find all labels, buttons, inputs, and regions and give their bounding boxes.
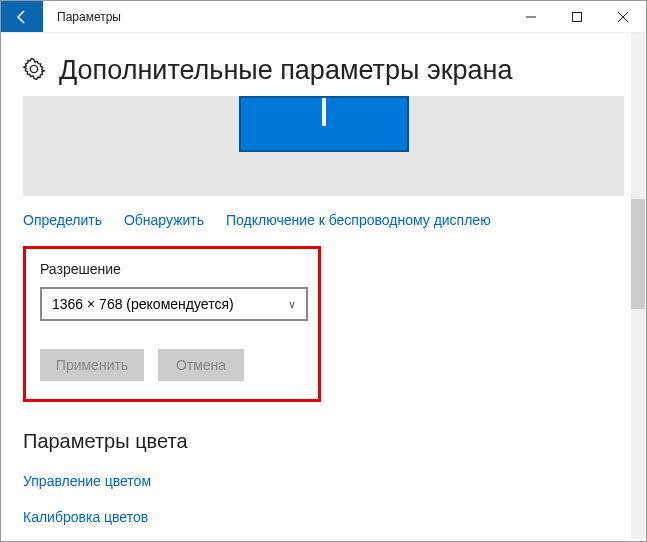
color-section-heading: Параметры цвета [23, 430, 624, 453]
titlebar: Параметры [1, 1, 646, 33]
gear-icon [23, 58, 45, 84]
scrollbar-thumb[interactable] [631, 199, 645, 309]
apply-button[interactable]: Применить [40, 349, 144, 381]
display-preview [23, 96, 624, 196]
svg-rect-1 [573, 12, 582, 21]
back-button[interactable] [1, 1, 43, 32]
detect-link[interactable]: Обнаружить [124, 212, 204, 228]
color-management-link[interactable]: Управление цветом [23, 473, 624, 489]
cancel-button[interactable]: Отмена [158, 349, 244, 381]
resolution-section-highlighted: Разрешение 1366 × 768 (рекомендуется) ∨ … [23, 246, 321, 402]
close-icon [618, 12, 628, 22]
resolution-label: Разрешение [40, 261, 304, 277]
close-button[interactable] [600, 1, 646, 33]
chevron-down-icon: ∨ [288, 298, 296, 311]
button-row: Применить Отмена [40, 349, 304, 381]
display-links-row: Определить Обнаружить Подключение к бесп… [23, 212, 624, 228]
maximize-icon [572, 12, 582, 22]
wireless-display-link[interactable]: Подключение к беспроводному дисплею [226, 212, 491, 228]
color-calibration-link[interactable]: Калибровка цветов [23, 509, 624, 525]
resolution-value: 1366 × 768 (рекомендуется) [52, 296, 234, 312]
window-title: Параметры [43, 1, 508, 32]
monitor-divider [322, 98, 326, 126]
minimize-icon [526, 12, 536, 22]
window-controls [508, 1, 646, 32]
page-header: Дополнительные параметры экрана [23, 55, 624, 86]
monitor-icon[interactable] [239, 96, 409, 152]
arrow-left-icon [14, 9, 30, 25]
minimize-button[interactable] [508, 1, 554, 33]
resolution-select[interactable]: 1366 × 768 (рекомендуется) ∨ [40, 287, 308, 321]
vertical-scrollbar[interactable] [631, 33, 645, 539]
maximize-button[interactable] [554, 1, 600, 33]
page-title: Дополнительные параметры экрана [59, 55, 512, 86]
content-area: Дополнительные параметры экрана Определи… [1, 33, 646, 541]
identify-link[interactable]: Определить [23, 212, 102, 228]
